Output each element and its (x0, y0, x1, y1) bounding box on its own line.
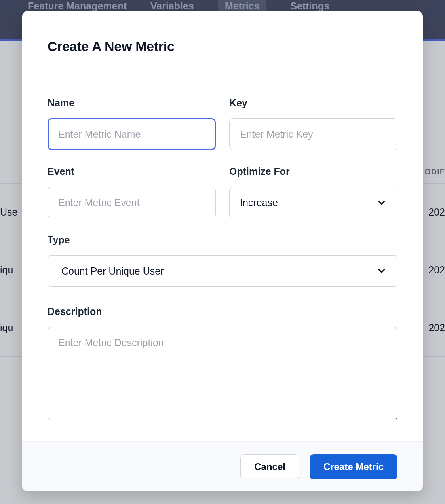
cancel-button[interactable]: Cancel (240, 454, 299, 479)
name-label: Name (48, 97, 216, 109)
description-label: Description (48, 306, 397, 317)
modal-title: Create A New Metric (48, 39, 397, 54)
chevron-down-icon (377, 197, 387, 208)
create-metric-modal: Create A New Metric Name Key Event (22, 11, 423, 491)
type-label: Type (48, 234, 397, 246)
optimize-for-label: Optimize For (229, 166, 397, 177)
type-value: Count Per Unique User (61, 265, 164, 277)
description-textarea[interactable] (48, 327, 397, 420)
key-input[interactable] (229, 118, 397, 150)
event-label: Event (48, 166, 216, 177)
modal-footer: Cancel Create Metric (22, 441, 423, 491)
key-label: Key (229, 97, 397, 109)
optimize-for-select[interactable]: Increase (229, 187, 397, 218)
chevron-down-icon (377, 266, 387, 276)
create-metric-button[interactable]: Create Metric (310, 454, 397, 479)
event-input[interactable] (48, 187, 216, 218)
optimize-for-value: Increase (240, 197, 278, 208)
name-input[interactable] (48, 118, 216, 150)
divider (48, 72, 397, 72)
type-select[interactable]: Count Per Unique User (48, 255, 397, 287)
